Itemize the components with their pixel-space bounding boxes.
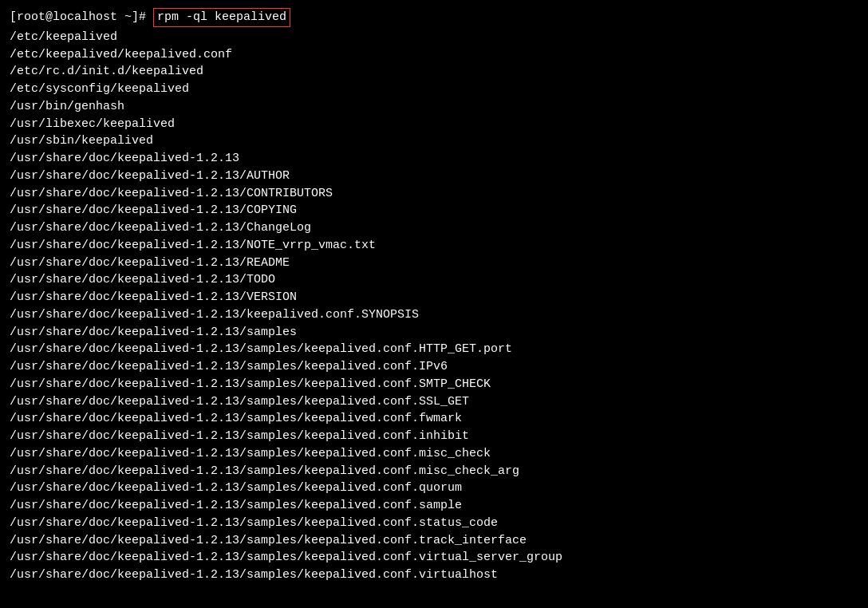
output-line: /usr/share/doc/keepalived-1.2.13/VERSION — [10, 289, 858, 306]
output-line: /etc/rc.d/init.d/keepalived — [10, 63, 858, 81]
output-line: /usr/share/doc/keepalived-1.2.13/samples… — [10, 480, 858, 497]
output-line: /etc/keepalived/keepalived.conf — [10, 46, 858, 64]
output-line: /usr/share/doc/keepalived-1.2.13/README — [10, 255, 858, 272]
command-text: rpm -ql keepalived — [153, 8, 290, 27]
prompt-line: [root@localhost ~]# rpm -ql keepalived — [10, 8, 858, 27]
output-line: /usr/share/doc/keepalived-1.2.13/samples — [10, 324, 858, 342]
output-line: /usr/sbin/keepalived — [10, 132, 858, 150]
output-line: /usr/share/doc/keepalived-1.2.13/samples… — [10, 410, 858, 428]
output-line: /usr/share/doc/keepalived-1.2.13 — [10, 150, 858, 168]
output-line: /usr/share/doc/keepalived-1.2.13/samples… — [10, 445, 858, 463]
output-line: /usr/share/doc/keepalived-1.2.13/samples… — [10, 428, 858, 445]
prompt-text: [root@localhost ~]# — [10, 9, 153, 26]
output-container: /etc/keepalived/etc/keepalived/keepalive… — [10, 29, 858, 584]
output-line: /etc/sysconfig/keepalived — [10, 81, 858, 98]
output-line: /usr/share/doc/keepalived-1.2.13/samples… — [10, 567, 858, 584]
output-line: /usr/share/doc/keepalived-1.2.13/TODO — [10, 271, 858, 289]
output-line: /usr/share/doc/keepalived-1.2.13/samples… — [10, 532, 858, 550]
output-line: /usr/libexec/keepalived — [10, 116, 858, 133]
output-line: /usr/share/doc/keepalived-1.2.13/samples… — [10, 497, 858, 515]
output-line: /usr/share/doc/keepalived-1.2.13/samples… — [10, 341, 858, 358]
output-line: /usr/share/doc/keepalived-1.2.13/ChangeL… — [10, 219, 858, 237]
output-line: /etc/keepalived — [10, 29, 858, 46]
output-line: /usr/share/doc/keepalived-1.2.13/CONTRIB… — [10, 185, 858, 203]
output-line: /usr/share/doc/keepalived-1.2.13/samples… — [10, 376, 858, 393]
terminal: [root@localhost ~]# rpm -ql keepalived /… — [10, 8, 858, 608]
output-line: /usr/share/doc/keepalived-1.2.13/samples… — [10, 358, 858, 376]
output-line: /usr/share/doc/keepalived-1.2.13/AUTHOR — [10, 168, 858, 185]
output-line: /usr/share/doc/keepalived-1.2.13/NOTE_vr… — [10, 237, 858, 255]
output-line: /usr/share/doc/keepalived-1.2.13/samples… — [10, 515, 858, 532]
output-line: /usr/share/doc/keepalived-1.2.13/samples… — [10, 549, 858, 567]
output-line: /usr/share/doc/keepalived-1.2.13/samples… — [10, 393, 858, 411]
output-line: /usr/bin/genhash — [10, 98, 858, 116]
output-line: /usr/share/doc/keepalived-1.2.13/keepali… — [10, 306, 858, 324]
output-line: /usr/share/doc/keepalived-1.2.13/samples… — [10, 463, 858, 480]
output-line: /usr/share/doc/keepalived-1.2.13/COPYING — [10, 202, 858, 219]
